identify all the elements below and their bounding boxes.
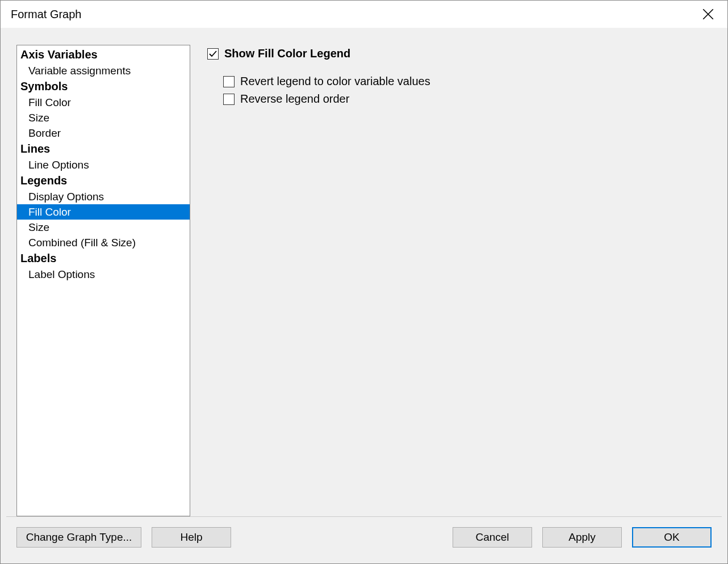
- show-fill-color-legend-row: Show Fill Color Legend: [207, 47, 710, 60]
- close-button[interactable]: [697, 3, 719, 26]
- checkmark-icon: [208, 49, 217, 58]
- button-bar: Change Graph Type... Help Cancel Apply O…: [1, 517, 727, 563]
- revert-legend-checkbox[interactable]: [223, 76, 235, 87]
- main-panel: Show Fill Color Legend Revert legend to …: [207, 45, 710, 516]
- revert-legend-label: Revert legend to color variable values: [240, 75, 430, 88]
- titlebar: Format Graph: [1, 1, 727, 28]
- reverse-legend-checkbox[interactable]: [223, 94, 235, 105]
- show-fill-color-legend-checkbox[interactable]: [207, 48, 219, 60]
- nav-header-labels: Labels: [17, 250, 190, 267]
- help-button[interactable]: Help: [152, 527, 231, 548]
- nav-item-legends-combined[interactable]: Combined (Fill & Size): [17, 235, 190, 250]
- apply-button[interactable]: Apply: [542, 527, 622, 548]
- nav-item-symbols-fill-color[interactable]: Fill Color: [17, 95, 190, 110]
- nav-header-symbols: Symbols: [17, 78, 190, 95]
- nav-item-legends-fill-color[interactable]: Fill Color: [17, 204, 190, 220]
- nav-item-variable-assignments[interactable]: Variable assignments: [17, 63, 190, 78]
- close-icon: [702, 9, 714, 20]
- revert-legend-row: Revert legend to color variable values: [223, 75, 710, 88]
- nav-item-symbols-border[interactable]: Border: [17, 125, 190, 141]
- nav-item-label-options[interactable]: Label Options: [17, 267, 190, 282]
- content-area: Axis Variables Variable assignments Symb…: [1, 28, 727, 516]
- nav-item-legends-size[interactable]: Size: [17, 220, 190, 235]
- dialog-title: Format Graph: [11, 8, 81, 21]
- ok-button[interactable]: OK: [632, 527, 712, 548]
- dialog-body: Axis Variables Variable assignments Symb…: [1, 28, 727, 563]
- nav-item-legends-display-options[interactable]: Display Options: [17, 189, 190, 204]
- nav-tree: Axis Variables Variable assignments Symb…: [16, 45, 190, 516]
- nav-item-symbols-size[interactable]: Size: [17, 110, 190, 125]
- show-fill-color-legend-label: Show Fill Color Legend: [224, 47, 350, 60]
- nav-header-legends: Legends: [17, 172, 190, 189]
- nav-header-lines: Lines: [17, 141, 190, 157]
- reverse-legend-row: Reverse legend order: [223, 92, 710, 106]
- nav-header-axis-variables: Axis Variables: [17, 47, 190, 63]
- reverse-legend-label: Reverse legend order: [240, 92, 349, 106]
- nav-item-line-options[interactable]: Line Options: [17, 157, 190, 172]
- cancel-button[interactable]: Cancel: [453, 527, 532, 548]
- change-graph-type-button[interactable]: Change Graph Type...: [16, 527, 141, 548]
